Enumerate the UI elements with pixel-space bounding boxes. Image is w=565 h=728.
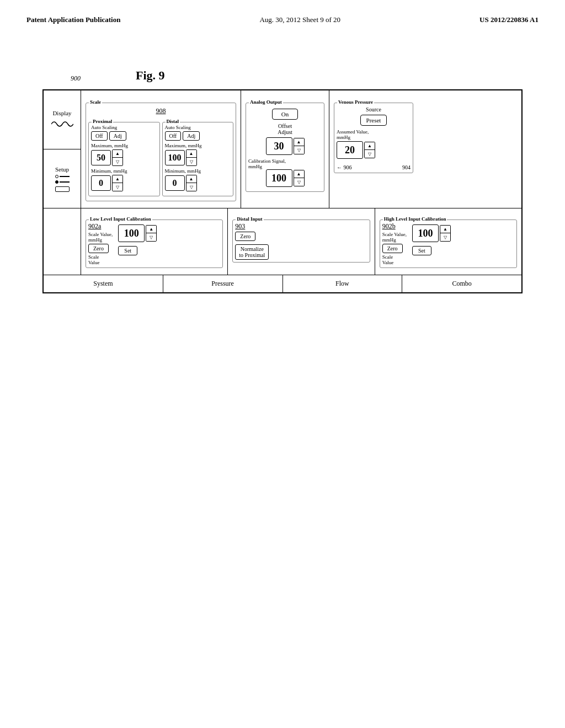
tab-system[interactable]: System bbox=[44, 275, 163, 292]
venous-source-label: Source bbox=[337, 106, 411, 113]
proximal-max-spinner: 50 ▲ ▽ bbox=[91, 149, 157, 166]
venous-ref-906: ← 906 bbox=[337, 164, 352, 170]
distal-max-arrows[interactable]: ▲ ▽ bbox=[186, 149, 197, 166]
proximal-max-value: 50 bbox=[91, 150, 111, 165]
high-level-set-btn[interactable]: Set bbox=[412, 246, 431, 255]
low-level-scale-value-label: ScaleValue bbox=[88, 254, 113, 265]
waveform-icon bbox=[51, 119, 73, 130]
distal-min-up[interactable]: ▲ bbox=[186, 175, 196, 183]
high-level-up[interactable]: ▲ bbox=[440, 226, 450, 233]
analog-calibration-arrows[interactable]: ▲ ▽ bbox=[294, 170, 305, 186]
proximal-distal: Proximal Auto Scaling Off Adj Maximum, m… bbox=[88, 116, 233, 199]
distal-min-value: 0 bbox=[165, 175, 185, 191]
content-sections: Scale 908 Proximal Auto Scaling bbox=[81, 90, 521, 208]
proximal-off-btn[interactable]: Off bbox=[91, 131, 108, 141]
distal-max-up[interactable]: ▲ bbox=[186, 150, 196, 158]
proximal-min-up[interactable]: ▲ bbox=[113, 175, 122, 183]
low-level-zero-btn[interactable]: Zero bbox=[88, 244, 109, 253]
venous-assumed-label: Assumed Value,mmHg bbox=[337, 129, 411, 140]
low-level-group: Low Level Input Calibration 902a Scale V… bbox=[86, 220, 223, 268]
analog-offset-value: 30 bbox=[266, 137, 292, 155]
low-level-arrows[interactable]: ▲ ▽ bbox=[146, 225, 157, 242]
venous-assumed-down[interactable]: ▽ bbox=[365, 150, 375, 158]
proximal-min-down[interactable]: ▽ bbox=[113, 183, 122, 191]
distal-title: Distal bbox=[166, 119, 180, 124]
distal-adj-btn[interactable]: Adj bbox=[183, 131, 200, 141]
scale-group: Scale 908 Proximal Auto Scaling bbox=[86, 103, 236, 201]
figure-title: Fig. 9 bbox=[136, 68, 165, 83]
panel-top: Display Setup bbox=[44, 90, 521, 208]
tab-combo[interactable]: Combo bbox=[402, 275, 521, 292]
figure-label-area: 900 Fig. 9 bbox=[26, 68, 539, 83]
analog-group-title: Analog Output bbox=[249, 99, 283, 105]
distal-input-zero-btn[interactable]: Zero bbox=[235, 232, 255, 241]
tab-pressure[interactable]: Pressure bbox=[163, 275, 283, 292]
high-level-group: High Level Input Calibration 902b Scale … bbox=[380, 220, 517, 268]
analog-calibration-spinner: 100 ▲ ▽ bbox=[248, 169, 322, 187]
low-level-value: 100 bbox=[118, 224, 145, 242]
venous-preset-btn[interactable]: Preset bbox=[360, 115, 387, 126]
analog-group: Analog Output On Offset Adjust 30 ▲ ▽ bbox=[246, 103, 324, 192]
distal-max-down[interactable]: ▽ bbox=[186, 158, 196, 165]
proximal-min-arrows[interactable]: ▲ ▽ bbox=[112, 175, 123, 191]
scale-section: Scale 908 Proximal Auto Scaling bbox=[81, 90, 241, 208]
distal-btn-row: Off Adj bbox=[165, 131, 231, 141]
venous-assumed-spinner: 20 ▲ ▽ bbox=[337, 141, 411, 159]
proximal-autoscaling: Auto Scaling bbox=[91, 125, 157, 130]
venous-assumed-up[interactable]: ▲ bbox=[365, 142, 375, 150]
venous-ref-904: 904 bbox=[402, 164, 411, 170]
proximal-max-arrows[interactable]: ▲ ▽ bbox=[112, 149, 123, 166]
analog-calibration-label: Calibration Signal,mmHg bbox=[248, 158, 322, 169]
low-level-group-title: Low Level Input Calibration bbox=[89, 216, 152, 222]
proximal-title: Proximal bbox=[92, 119, 113, 124]
panel-bottom: Low Level Input Calibration 902a Scale V… bbox=[44, 208, 521, 275]
distal-off-btn[interactable]: Off bbox=[165, 131, 182, 141]
high-level-value: 100 bbox=[412, 224, 439, 242]
low-level-up[interactable]: ▲ bbox=[146, 226, 156, 233]
figure-ref-number: 900 bbox=[71, 74, 81, 83]
sidebar-display: Display bbox=[44, 90, 81, 149]
high-level-zero-btn[interactable]: Zero bbox=[382, 244, 403, 253]
venous-assumed-value: 20 bbox=[337, 141, 363, 159]
proximal-adj-btn[interactable]: Adj bbox=[109, 131, 126, 141]
proximal-btn-row: Off Adj bbox=[91, 131, 157, 141]
sidebar-setup: Setup bbox=[44, 149, 81, 208]
header-date-sheet: Aug. 30, 2012 Sheet 9 of 20 bbox=[259, 15, 340, 24]
analog-offset-up[interactable]: ▲ bbox=[294, 138, 304, 146]
low-level-section: Low Level Input Calibration 902a Scale V… bbox=[81, 208, 228, 275]
tab-flow[interactable]: Flow bbox=[283, 275, 403, 292]
distal-input-section: Distal Input 903 Zero Normalizeto Proxim… bbox=[228, 208, 375, 275]
proximal-max-down[interactable]: ▽ bbox=[113, 158, 122, 165]
tab-bar: System Pressure Flow Combo bbox=[44, 275, 521, 292]
proximal-group: Proximal Auto Scaling Off Adj Maximum, m… bbox=[88, 122, 160, 196]
high-level-spinner: 100 ▲ ▽ bbox=[412, 224, 451, 242]
analog-offset-arrows[interactable]: ▲ ▽ bbox=[294, 138, 305, 154]
high-level-down[interactable]: ▽ bbox=[440, 233, 450, 241]
venous-assumed-arrows[interactable]: ▲ ▽ bbox=[364, 142, 375, 158]
proximal-min-value: 0 bbox=[91, 175, 111, 191]
high-level-arrows[interactable]: ▲ ▽ bbox=[440, 225, 451, 242]
low-level-set-btn[interactable]: Set bbox=[118, 246, 137, 255]
header-publication: Patent Application Publication bbox=[26, 15, 120, 24]
analog-on-btn[interactable]: On bbox=[272, 109, 298, 120]
distal-min-arrows[interactable]: ▲ ▽ bbox=[186, 175, 197, 191]
distal-min-down[interactable]: ▽ bbox=[186, 183, 196, 191]
low-level-down[interactable]: ▽ bbox=[146, 233, 156, 241]
analog-section: Analog Output On Offset Adjust 30 ▲ ▽ bbox=[241, 90, 329, 208]
analog-calibration-down[interactable]: ▽ bbox=[294, 178, 304, 186]
sidebar: Display Setup bbox=[44, 90, 81, 208]
proximal-max-up[interactable]: ▲ bbox=[113, 150, 122, 158]
distal-max-label: Maximum, mmHg bbox=[165, 143, 231, 148]
page-header: Patent Application Publication Aug. 30, … bbox=[0, 0, 565, 24]
analog-calibration-up[interactable]: ▲ bbox=[294, 170, 304, 178]
distal-input-normalize-btn[interactable]: Normalizeto Proximal bbox=[235, 244, 269, 260]
low-level-ref: 902a bbox=[88, 222, 113, 231]
venous-group: Venous Pressure Source Preset Assumed Va… bbox=[334, 103, 413, 173]
high-level-section: High Level Input Calibration 902b Scale … bbox=[375, 208, 521, 275]
venous-section: Venous Pressure Source Preset Assumed Va… bbox=[329, 90, 418, 208]
figure-9-panel-wrapper: Display Setup bbox=[42, 89, 523, 293]
scale-ref-908: 908 bbox=[156, 107, 166, 115]
analog-offset-down[interactable]: ▽ bbox=[294, 146, 304, 154]
main-content: 900 Fig. 9 Display Setup bbox=[0, 24, 565, 304]
proximal-min-label: Minimum, mmHg bbox=[91, 168, 157, 174]
